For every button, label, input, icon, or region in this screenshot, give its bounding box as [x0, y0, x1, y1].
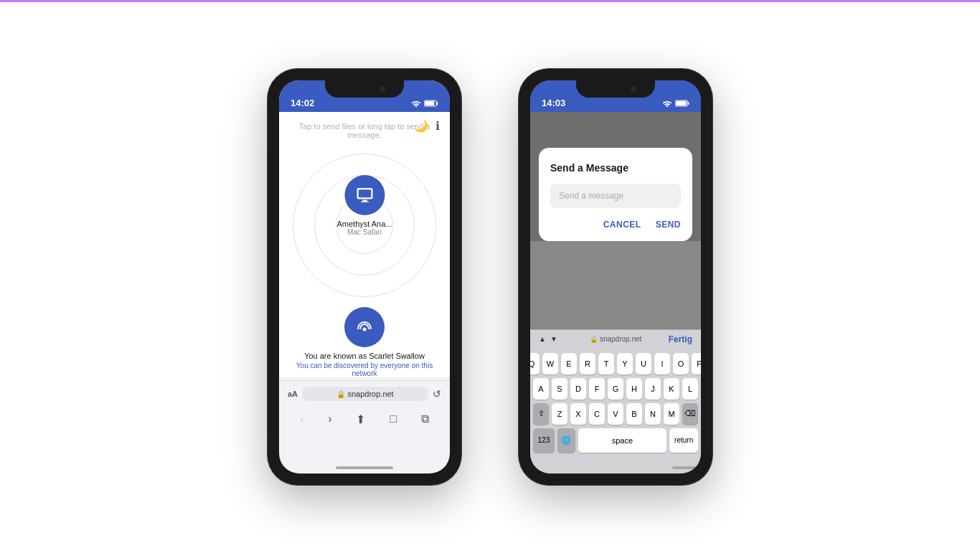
snapdrop-icon [354, 316, 375, 338]
radar-rings: Amethyst Ana... Mac Safari [293, 154, 436, 297]
svg-point-8 [363, 327, 367, 331]
svg-rect-5 [362, 199, 367, 201]
key-A[interactable]: A [533, 378, 549, 400]
key-B[interactable]: B [626, 403, 642, 425]
key-R[interactable]: R [580, 353, 595, 375]
browser-aa[interactable]: aA [288, 390, 298, 398]
dialog-message-input[interactable]: Send a message [550, 184, 681, 208]
key-V[interactable]: V [608, 403, 623, 425]
kb-url: 🔒 snapdrop.net [563, 335, 669, 343]
key-delete[interactable]: ⌫ [682, 403, 698, 425]
key-M[interactable]: M [664, 403, 679, 425]
info-icon[interactable]: ℹ [435, 119, 440, 133]
key-Q[interactable]: Q [530, 353, 540, 375]
key-P[interactable]: P [692, 353, 701, 375]
phone1-main-content: 🌙 ℹ Tap to send files or long tap to sen… [279, 112, 450, 377]
key-F[interactable]: F [589, 378, 605, 400]
device-icon-circle [344, 175, 385, 215]
keyboard: Q W E R T Y U I O P A S D [530, 349, 701, 462]
key-W[interactable]: W [542, 353, 558, 375]
battery-icon-2 [675, 100, 689, 107]
dialog-overlay: Send a Message Send a message CANCEL SEN… [530, 112, 701, 241]
phone1-time: 14:02 [291, 98, 411, 108]
svg-rect-10 [676, 101, 687, 105]
phone2-notch [576, 80, 655, 98]
device-sub: Mac Safari [347, 228, 382, 236]
key-K[interactable]: K [664, 378, 679, 400]
fertig-button[interactable]: Fertig [669, 334, 692, 344]
kb-row-bottom: 123 🌐 space return [533, 428, 698, 453]
self-sub: You can be discovered by everyone on thi… [279, 362, 450, 377]
reload-icon[interactable]: ↺ [433, 388, 441, 400]
self-node: You are known as Scarlet Swallow You can… [279, 307, 450, 377]
key-Z[interactable]: Z [552, 403, 567, 425]
phone2-home-indicator [672, 466, 701, 469]
phone2-time: 14:03 [542, 98, 662, 108]
dialog-buttons: CANCEL SEND [550, 220, 681, 230]
key-U[interactable]: U [636, 353, 651, 375]
cancel-button[interactable]: CANCEL [603, 220, 641, 230]
key-H[interactable]: H [626, 378, 642, 400]
phone2-screen: 14:03 Send a Me [530, 80, 701, 474]
page-container: 14:02 [0, 0, 980, 551]
tabs-btn[interactable]: ⧉ [421, 413, 429, 426]
key-N[interactable]: N [645, 403, 661, 425]
svg-rect-11 [687, 102, 689, 105]
key-O[interactable]: O [673, 353, 689, 375]
send-button[interactable]: SEND [656, 220, 681, 230]
battery-icon [424, 100, 438, 107]
key-T[interactable]: T [598, 353, 614, 375]
key-E[interactable]: E [561, 353, 577, 375]
back-btn[interactable]: ‹ [300, 413, 303, 426]
kb-row-3: ⇧ Z X C V B N M ⌫ [533, 403, 698, 425]
device-name: Amethyst Ana... [336, 220, 392, 228]
browser-nav: ‹ › ⬆ □ ⧉ [279, 407, 450, 436]
keyboard-toolbar: ▲ ▼ 🔒 snapdrop.net Fertig [530, 329, 701, 349]
key-X[interactable]: X [570, 403, 586, 425]
bookmarks-btn[interactable]: □ [390, 413, 397, 426]
arrow-up-icon[interactable]: ▲ [539, 335, 546, 343]
forward-btn[interactable]: › [328, 413, 331, 426]
kb-row-2: A S D F G H J K L [533, 378, 698, 400]
self-icon-circle [344, 307, 385, 347]
phone2-status-icons [662, 100, 689, 107]
browser-bar: aA 🔒 snapdrop.net ↺ ‹ › ⬆ □ ⧉ [279, 380, 450, 436]
svg-rect-6 [360, 201, 368, 202]
key-S[interactable]: S [552, 378, 567, 400]
svg-rect-1 [425, 101, 434, 105]
key-123[interactable]: 123 [533, 428, 555, 453]
phone-1: 14:02 [268, 69, 461, 485]
share-btn[interactable]: ⬆ [356, 413, 365, 426]
monitor-icon [354, 187, 374, 203]
phone-2: 14:03 Send a Me [519, 69, 712, 485]
svg-rect-4 [358, 189, 371, 197]
key-L[interactable]: L [682, 378, 698, 400]
phone1-top-icons: 🌙 ℹ [414, 119, 440, 133]
key-D[interactable]: D [570, 378, 586, 400]
dialog-title: Send a Message [550, 162, 681, 174]
wifi-icon-2 [662, 100, 672, 107]
gray-spacer [530, 241, 701, 329]
browser-url[interactable]: 🔒 snapdrop.net [302, 387, 428, 401]
svg-rect-2 [436, 102, 438, 105]
key-G[interactable]: G [608, 378, 623, 400]
wifi-icon [411, 100, 421, 107]
arrow-down-icon[interactable]: ▼ [550, 335, 557, 343]
key-globe[interactable]: 🌐 [557, 428, 575, 453]
key-I[interactable]: I [654, 353, 670, 375]
key-Y[interactable]: Y [617, 353, 633, 375]
phone1-screen: 14:02 [279, 80, 450, 474]
kb-row-1: Q W E R T Y U I O P [533, 353, 698, 375]
phone1-home-indicator [336, 466, 393, 469]
device-node[interactable]: Amethyst Ana... Mac Safari [336, 175, 392, 236]
self-name: You are known as Scarlet Swallow [304, 352, 425, 360]
key-shift[interactable]: ⇧ [533, 403, 549, 425]
phone1-notch [325, 80, 404, 98]
key-space[interactable]: space [578, 428, 667, 453]
key-C[interactable]: C [589, 403, 605, 425]
key-J[interactable]: J [645, 378, 661, 400]
phone1-status-icons [411, 100, 438, 107]
moon-icon[interactable]: 🌙 [414, 119, 428, 133]
kb-arrows: ▲ ▼ [539, 335, 557, 343]
key-return[interactable]: return [669, 428, 698, 453]
